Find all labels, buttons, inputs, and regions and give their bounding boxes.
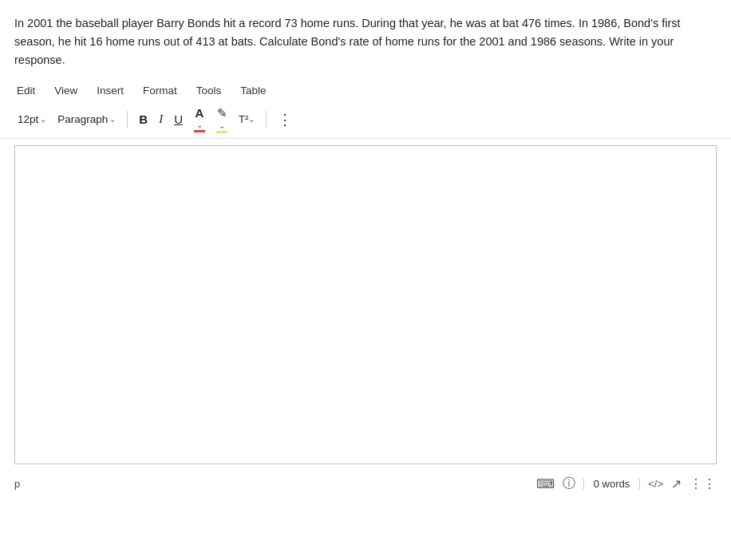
menu-edit[interactable]: Edit — [14, 83, 38, 98]
more-options-label: ⋮ — [278, 111, 293, 128]
font-size-value: 12pt — [18, 113, 38, 125]
menu-insert[interactable]: Insert — [94, 83, 126, 98]
font-size-chevron: ⌄ — [40, 115, 46, 124]
text-color-button[interactable]: A ⌄ — [191, 105, 208, 134]
editor-input[interactable] — [15, 146, 716, 463]
menu-format[interactable]: Format — [140, 83, 180, 98]
text-color-letter: A — [196, 106, 204, 120]
bold-button[interactable]: B — [136, 111, 151, 128]
word-count: 0 words — [583, 478, 641, 490]
paragraph-style-value: Paragraph — [57, 113, 108, 125]
menu-bar: Edit View Insert Format Tools Table — [0, 80, 731, 101]
more-status-button[interactable]: ⋮⋮ — [690, 476, 717, 491]
text-color-chevron: ⌄ — [196, 120, 203, 129]
menu-view[interactable]: View — [52, 83, 80, 98]
superscript-label: T² — [239, 113, 248, 125]
font-size-selector[interactable]: 12pt ⌄ — [14, 112, 49, 127]
menu-tools[interactable]: Tools — [194, 83, 224, 98]
bold-label: B — [139, 112, 148, 126]
italic-label: I — [159, 112, 163, 126]
keyboard-icon[interactable]: ⌨ — [536, 476, 555, 491]
toolbar-divider-2 — [266, 111, 267, 128]
toolbar-divider-1 — [127, 111, 128, 128]
italic-button[interactable]: I — [156, 111, 166, 128]
menu-table[interactable]: Table — [238, 83, 268, 98]
underline-label: U — [174, 112, 183, 126]
accessibility-icon[interactable]: ⓘ — [563, 475, 575, 492]
question-text: In 2001 the baseball player Barry Bonds … — [0, 0, 731, 80]
highlight-chevron: ⌄ — [219, 121, 225, 130]
question-content: In 2001 the baseball player Barry Bonds … — [14, 17, 681, 66]
highlight-button[interactable]: ✎ ⌄ — [213, 105, 231, 135]
expand-button[interactable]: ↗ — [671, 476, 682, 491]
status-right-area: ⌨ ⓘ 0 words </> ↗ ⋮⋮ — [536, 475, 717, 492]
paragraph-chevron: ⌄ — [109, 115, 116, 124]
element-indicator: p — [14, 478, 30, 490]
superscript-button[interactable]: T² ⌄ — [235, 112, 258, 127]
highlight-bar — [216, 131, 227, 133]
superscript-chevron: ⌄ — [248, 115, 255, 124]
highlight-icon: ✎ — [217, 106, 227, 120]
underline-button[interactable]: U — [171, 111, 186, 128]
status-bar: p ⌨ ⓘ 0 words </> ↗ ⋮⋮ — [0, 471, 731, 497]
more-options-button[interactable]: ⋮ — [275, 109, 296, 130]
editor-area — [14, 145, 717, 464]
text-color-bar — [194, 130, 205, 132]
toolbar: 12pt ⌄ Paragraph ⌄ B I U A ⌄ ✎ ⌄ T² ⌄ ⋮ — [0, 101, 731, 139]
code-view-button[interactable]: </> — [648, 478, 663, 490]
paragraph-style-selector[interactable]: Paragraph ⌄ — [54, 112, 119, 127]
